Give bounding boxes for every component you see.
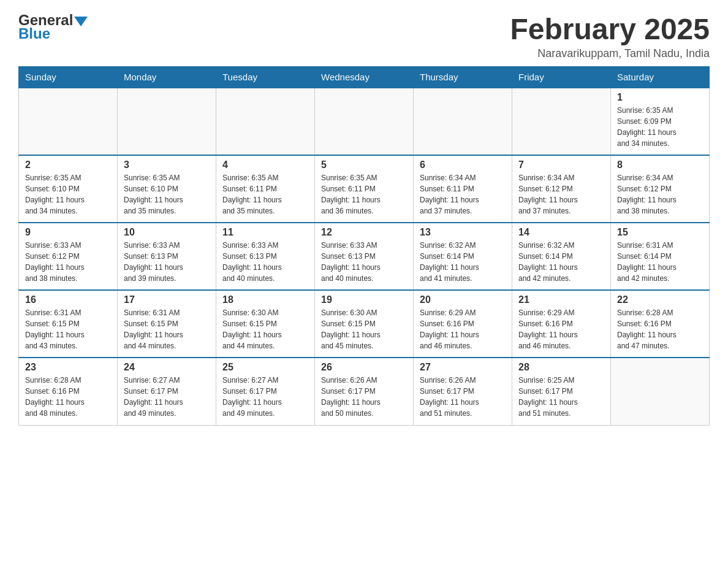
logo: General Blue	[18, 12, 88, 42]
svg-marker-0	[74, 17, 88, 26]
table-row: 24Sunrise: 6:27 AM Sunset: 6:17 PM Dayli…	[118, 358, 216, 425]
month-title: February 2025	[510, 12, 710, 46]
location: Naravarikuppam, Tamil Nadu, India	[510, 47, 710, 60]
table-row	[216, 88, 315, 155]
day-info: Sunrise: 6:33 AM Sunset: 6:13 PM Dayligh…	[321, 240, 407, 284]
day-number: 5	[321, 159, 407, 170]
day-info: Sunrise: 6:35 AM Sunset: 6:09 PM Dayligh…	[617, 105, 703, 149]
day-info: Sunrise: 6:35 AM Sunset: 6:11 PM Dayligh…	[321, 172, 407, 216]
day-info: Sunrise: 6:33 AM Sunset: 6:12 PM Dayligh…	[25, 240, 111, 284]
page-header: General Blue February 2025 Naravarikuppa…	[18, 12, 710, 60]
day-number: 12	[321, 227, 407, 238]
col-tuesday: Tuesday	[216, 67, 315, 88]
table-row: 25Sunrise: 6:27 AM Sunset: 6:17 PM Dayli…	[216, 358, 315, 425]
day-number: 18	[222, 294, 308, 305]
day-info: Sunrise: 6:28 AM Sunset: 6:16 PM Dayligh…	[25, 375, 111, 419]
table-row	[512, 88, 611, 155]
day-info: Sunrise: 6:31 AM Sunset: 6:15 PM Dayligh…	[25, 307, 111, 351]
day-info: Sunrise: 6:29 AM Sunset: 6:16 PM Dayligh…	[518, 307, 604, 351]
table-row	[19, 88, 118, 155]
calendar-table: Sunday Monday Tuesday Wednesday Thursday…	[18, 66, 710, 426]
day-info: Sunrise: 6:31 AM Sunset: 6:15 PM Dayligh…	[124, 307, 210, 351]
calendar-week-row: 16Sunrise: 6:31 AM Sunset: 6:15 PM Dayli…	[19, 290, 710, 358]
table-row: 8Sunrise: 6:34 AM Sunset: 6:12 PM Daylig…	[611, 155, 710, 223]
table-row: 12Sunrise: 6:33 AM Sunset: 6:13 PM Dayli…	[315, 223, 414, 290]
day-info: Sunrise: 6:27 AM Sunset: 6:17 PM Dayligh…	[222, 375, 308, 419]
table-row: 10Sunrise: 6:33 AM Sunset: 6:13 PM Dayli…	[118, 223, 216, 290]
table-row: 14Sunrise: 6:32 AM Sunset: 6:14 PM Dayli…	[512, 223, 611, 290]
day-info: Sunrise: 6:30 AM Sunset: 6:15 PM Dayligh…	[222, 307, 308, 351]
day-number: 16	[25, 294, 111, 305]
day-info: Sunrise: 6:35 AM Sunset: 6:10 PM Dayligh…	[124, 172, 210, 216]
day-number: 23	[25, 362, 111, 373]
day-number: 15	[617, 227, 703, 238]
day-number: 6	[420, 159, 506, 170]
day-number: 19	[321, 294, 407, 305]
day-number: 26	[321, 362, 407, 373]
day-info: Sunrise: 6:31 AM Sunset: 6:14 PM Dayligh…	[617, 240, 703, 284]
day-number: 1	[617, 92, 703, 103]
day-info: Sunrise: 6:27 AM Sunset: 6:17 PM Dayligh…	[124, 375, 210, 419]
day-info: Sunrise: 6:34 AM Sunset: 6:12 PM Dayligh…	[518, 172, 604, 216]
table-row: 3Sunrise: 6:35 AM Sunset: 6:10 PM Daylig…	[118, 155, 216, 223]
day-number: 27	[420, 362, 506, 373]
table-row: 6Sunrise: 6:34 AM Sunset: 6:11 PM Daylig…	[414, 155, 512, 223]
table-row: 21Sunrise: 6:29 AM Sunset: 6:16 PM Dayli…	[512, 290, 611, 358]
col-thursday: Thursday	[414, 67, 512, 88]
table-row: 4Sunrise: 6:35 AM Sunset: 6:11 PM Daylig…	[216, 155, 315, 223]
day-info: Sunrise: 6:34 AM Sunset: 6:12 PM Dayligh…	[617, 172, 703, 216]
table-row: 23Sunrise: 6:28 AM Sunset: 6:16 PM Dayli…	[19, 358, 118, 425]
table-row: 15Sunrise: 6:31 AM Sunset: 6:14 PM Dayli…	[611, 223, 710, 290]
table-row: 7Sunrise: 6:34 AM Sunset: 6:12 PM Daylig…	[512, 155, 611, 223]
day-number: 8	[617, 159, 703, 170]
table-row: 27Sunrise: 6:26 AM Sunset: 6:17 PM Dayli…	[414, 358, 512, 425]
table-row: 2Sunrise: 6:35 AM Sunset: 6:10 PM Daylig…	[19, 155, 118, 223]
title-block: February 2025 Naravarikuppam, Tamil Nadu…	[510, 12, 710, 60]
day-info: Sunrise: 6:35 AM Sunset: 6:10 PM Dayligh…	[25, 172, 111, 216]
day-number: 25	[222, 362, 308, 373]
day-number: 7	[518, 159, 604, 170]
day-info: Sunrise: 6:29 AM Sunset: 6:16 PM Dayligh…	[420, 307, 506, 351]
day-info: Sunrise: 6:35 AM Sunset: 6:11 PM Dayligh…	[222, 172, 308, 216]
table-row: 19Sunrise: 6:30 AM Sunset: 6:15 PM Dayli…	[315, 290, 414, 358]
day-number: 11	[222, 227, 308, 238]
table-row: 13Sunrise: 6:32 AM Sunset: 6:14 PM Dayli…	[414, 223, 512, 290]
table-row: 9Sunrise: 6:33 AM Sunset: 6:12 PM Daylig…	[19, 223, 118, 290]
day-number: 17	[124, 294, 210, 305]
calendar-week-row: 23Sunrise: 6:28 AM Sunset: 6:16 PM Dayli…	[19, 358, 710, 425]
table-row: 16Sunrise: 6:31 AM Sunset: 6:15 PM Dayli…	[19, 290, 118, 358]
calendar-week-row: 9Sunrise: 6:33 AM Sunset: 6:12 PM Daylig…	[19, 223, 710, 290]
day-number: 28	[518, 362, 604, 373]
day-info: Sunrise: 6:26 AM Sunset: 6:17 PM Dayligh…	[420, 375, 506, 419]
table-row	[118, 88, 216, 155]
table-row: 20Sunrise: 6:29 AM Sunset: 6:16 PM Dayli…	[414, 290, 512, 358]
day-number: 24	[124, 362, 210, 373]
day-number: 20	[420, 294, 506, 305]
table-row	[611, 358, 710, 425]
day-info: Sunrise: 6:25 AM Sunset: 6:17 PM Dayligh…	[518, 375, 604, 419]
table-row: 17Sunrise: 6:31 AM Sunset: 6:15 PM Dayli…	[118, 290, 216, 358]
day-number: 3	[124, 159, 210, 170]
day-number: 9	[25, 227, 111, 238]
day-number: 4	[222, 159, 308, 170]
day-info: Sunrise: 6:33 AM Sunset: 6:13 PM Dayligh…	[222, 240, 308, 284]
day-number: 13	[420, 227, 506, 238]
day-info: Sunrise: 6:28 AM Sunset: 6:16 PM Dayligh…	[617, 307, 703, 351]
day-info: Sunrise: 6:34 AM Sunset: 6:11 PM Dayligh…	[420, 172, 506, 216]
day-number: 21	[518, 294, 604, 305]
table-row: 11Sunrise: 6:33 AM Sunset: 6:13 PM Dayli…	[216, 223, 315, 290]
table-row: 22Sunrise: 6:28 AM Sunset: 6:16 PM Dayli…	[611, 290, 710, 358]
table-row	[414, 88, 512, 155]
day-number: 14	[518, 227, 604, 238]
col-sunday: Sunday	[19, 67, 118, 88]
table-row: 18Sunrise: 6:30 AM Sunset: 6:15 PM Dayli…	[216, 290, 315, 358]
logo-arrow-icon	[74, 17, 88, 26]
table-row: 5Sunrise: 6:35 AM Sunset: 6:11 PM Daylig…	[315, 155, 414, 223]
day-info: Sunrise: 6:32 AM Sunset: 6:14 PM Dayligh…	[518, 240, 604, 284]
day-number: 10	[124, 227, 210, 238]
col-friday: Friday	[512, 67, 611, 88]
table-row	[315, 88, 414, 155]
table-row: 1Sunrise: 6:35 AM Sunset: 6:09 PM Daylig…	[611, 88, 710, 155]
calendar-header-row: Sunday Monday Tuesday Wednesday Thursday…	[19, 67, 710, 88]
day-number: 2	[25, 159, 111, 170]
